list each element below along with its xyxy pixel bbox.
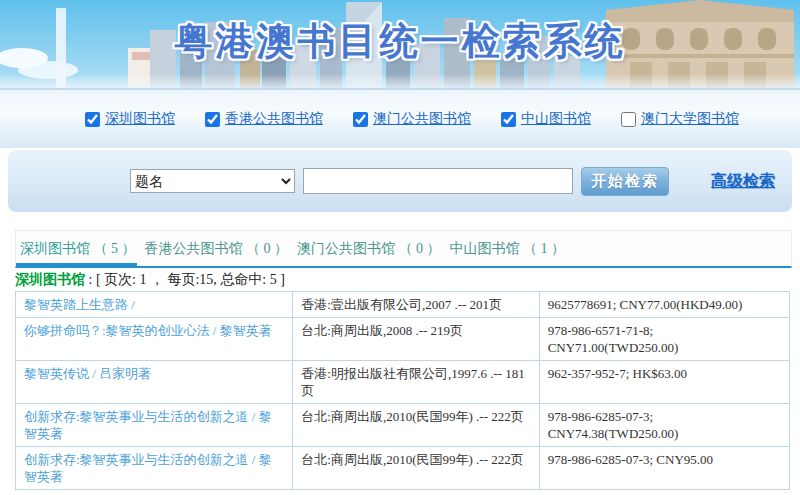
library-checkbox-item[interactable]: 深圳图书馆 (85, 110, 175, 128)
page-title: 粤港澳书目统一检索系统 (0, 16, 800, 67)
result-tab[interactable]: 香港公共图书馆 （ 0 ） (141, 231, 290, 266)
result-isbn-price-cell: 978-986-6285-07-3; CNY95.00 (540, 447, 789, 489)
library-checkbox[interactable] (621, 112, 636, 127)
library-checkbox-item[interactable]: 中山图书馆 (501, 110, 591, 128)
result-isbn-price-cell: 9625778691; CNY77.00(HKD49.00) (540, 292, 789, 317)
library-checkbox-bar: 深圳图书馆 香港公共图书馆 澳门公共图书馆 中山图书馆 澳门大学图书馆 (0, 90, 800, 148)
result-tabbar: 深圳图书馆 （ 5 ） 香港公共图书馆 （ 0 ） 澳门公共图书馆 （ 0 ） … (15, 230, 792, 268)
result-title-cell: 创新求存:黎智英事业与生活的创新之道 / 黎智英著 (16, 404, 293, 446)
library-link[interactable]: 澳门公共图书馆 (373, 110, 471, 128)
result-summary: 深圳图书馆 : [ 页次: 1 ， 每页:15, 总命中: 5 ] (15, 271, 800, 289)
result-publication-cell: 香港:明报出版社有限公司,1997.6 .-- 181页 (293, 361, 539, 403)
library-checkbox[interactable] (501, 112, 516, 127)
result-title-link[interactable]: 创新求存:黎智英事业与生活的创新之道 / 黎智英著 (24, 409, 272, 441)
search-input[interactable] (303, 168, 573, 194)
result-summary-library: 深圳图书馆 (15, 272, 85, 287)
result-isbn-price-cell: 978-986-6285-07-3; CNY74.38(TWD250.00) (540, 404, 789, 446)
search-field-select[interactable]: 题名 (130, 169, 295, 193)
result-title-cell: 黎智英传说 / 吕家明著 (16, 361, 293, 403)
search-submit-button[interactable]: 开始检索 (581, 167, 669, 196)
banner: 粤港澳书目统一检索系统 (0, 0, 800, 90)
result-title-cell: 黎智英踏上生意路 / (16, 292, 293, 317)
result-title-link[interactable]: 创新求存:黎智英事业与生活的创新之道 / 黎智英著 (24, 452, 272, 484)
search-panel: 题名 开始检索 高级检索 (8, 150, 792, 212)
result-isbn-price-cell: 962-357-952-7; HK$63.00 (540, 361, 789, 403)
result-publication-cell: 台北:商周出版,2010(民国99年) .-- 222页 (293, 404, 539, 446)
result-title-cell: 你够拼命吗？:黎智英的创业心法 / 黎智英著 (16, 318, 293, 360)
library-checkbox-item[interactable]: 香港公共图书馆 (205, 110, 323, 128)
library-link[interactable]: 澳门大学图书馆 (641, 110, 739, 128)
result-tab[interactable]: 深圳图书馆 （ 5 ） (16, 231, 137, 266)
result-tab[interactable]: 中山图书馆 （ 1 ） (446, 231, 567, 266)
result-title-link[interactable]: 你够拼命吗？:黎智英的创业心法 / 黎智英著 (24, 323, 272, 338)
catalog-search-page: 粤港澳书目统一检索系统 深圳图书馆 香港公共图书馆 澳门公共图书馆 中山图书馆 (0, 0, 800, 495)
result-publication-cell: 香港:壹出版有限公司,2007 .-- 201页 (293, 292, 539, 317)
result-title-link[interactable]: 黎智英踏上生意路 / (24, 297, 135, 312)
library-checkbox-item[interactable]: 澳门大学图书馆 (621, 110, 739, 128)
result-row: 黎智英传说 / 吕家明著 香港:明报出版社有限公司,1997.6 .-- 181… (16, 361, 789, 404)
library-checkbox-item[interactable]: 澳门公共图书馆 (353, 110, 471, 128)
result-row: 创新求存:黎智英事业与生活的创新之道 / 黎智英著 台北:商周出版,2010(民… (16, 404, 789, 447)
library-checkbox[interactable] (85, 112, 100, 127)
result-isbn-price-cell: 978-986-6571-71-8; CNY71.00(TWD250.00) (540, 318, 789, 360)
result-row: 黎智英踏上生意路 / 香港:壹出版有限公司,2007 .-- 201页 9625… (16, 292, 789, 318)
results-table: 黎智英踏上生意路 / 香港:壹出版有限公司,2007 .-- 201页 9625… (15, 291, 790, 490)
library-link[interactable]: 深圳图书馆 (105, 110, 175, 128)
result-publication-cell: 台北:商周出版,2010(民国99年) .-- 222页 (293, 447, 539, 489)
library-checkbox[interactable] (353, 112, 368, 127)
result-tab[interactable]: 澳门公共图书馆 （ 0 ） (293, 231, 442, 266)
library-link[interactable]: 中山图书馆 (521, 110, 591, 128)
result-publication-cell: 台北:商周出版,2008 .-- 219页 (293, 318, 539, 360)
advanced-search-link[interactable]: 高级检索 (711, 171, 775, 192)
result-row: 创新求存:黎智英事业与生活的创新之道 / 黎智英著 台北:商周出版,2010(民… (16, 447, 789, 489)
result-row: 你够拼命吗？:黎智英的创业心法 / 黎智英著 台北:商周出版,2008 .-- … (16, 318, 789, 361)
library-checkbox[interactable] (205, 112, 220, 127)
result-summary-detail: : [ 页次: 1 ， 每页:15, 总命中: 5 ] (85, 272, 285, 287)
result-title-link[interactable]: 黎智英传说 / 吕家明著 (24, 366, 151, 381)
library-link[interactable]: 香港公共图书馆 (225, 110, 323, 128)
result-title-cell: 创新求存:黎智英事业与生活的创新之道 / 黎智英著 (16, 447, 293, 489)
